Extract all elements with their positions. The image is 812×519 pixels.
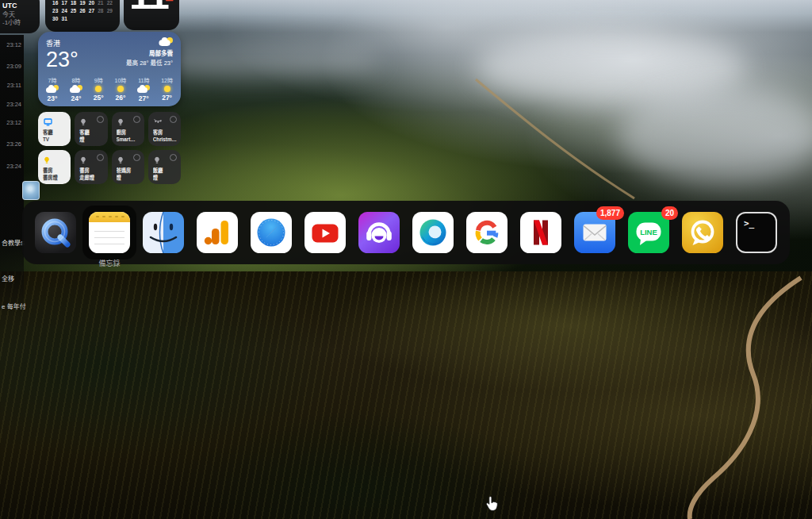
app-switcher-item-netflix[interactable]: [520, 212, 561, 253]
home-tile-study-light[interactable]: 書房書房燈: [38, 150, 71, 184]
sunny-icon: [117, 86, 124, 92]
calendar-day: 26: [78, 8, 86, 13]
home-controls-widget: 客廳TV 客廳燈 廚房Smart… 客房Christm… 書房書房燈 書房走廊燈: [38, 112, 181, 184]
app-switcher-item-notes[interactable]: 備忘錄: [89, 212, 130, 253]
calendar-day: 19: [78, 0, 86, 6]
tile-name: 燈: [79, 136, 105, 144]
date-weekday: 期三: [163, 0, 174, 3]
calendar-day: 27: [87, 8, 96, 13]
app-switcher-item-finder[interactable]: [143, 212, 184, 253]
svg-text:LINE: LINE: [640, 228, 657, 236]
tile-room: 客廳: [43, 129, 68, 136]
tile-name: 走廊燈: [79, 175, 105, 182]
status-ring: [97, 154, 104, 161]
home-tile-guest-room-christmas[interactable]: 客房Christm…: [148, 112, 181, 146]
light-bulb-icon: [43, 156, 51, 165]
hour-temp: 23°: [48, 94, 58, 102]
weather-temperature: 23°: [46, 48, 79, 71]
selected-app-label: 備忘錄: [70, 258, 149, 268]
tile-room: 飯廳: [153, 167, 178, 175]
calendar-day: 22: [105, 0, 114, 6]
tile-room: 書房: [79, 167, 105, 175]
calendar-day: 31: [59, 16, 68, 21]
calendar-day: 16: [51, 0, 59, 6]
calendar-day: 25: [69, 8, 78, 13]
app-switcher-bar: 備忘錄: [22, 201, 790, 264]
google-analytics-icon: [197, 212, 238, 253]
tile-name: 書房燈: [43, 175, 68, 182]
home-tile-dining-room-light[interactable]: 飯廳燈: [148, 150, 181, 184]
tile-name: 燈: [117, 175, 142, 182]
safari-icon: [251, 212, 292, 253]
app-switcher-item-safari[interactable]: [251, 212, 292, 253]
app-switcher-item-youtube[interactable]: [304, 212, 346, 253]
tv-icon: [43, 117, 53, 127]
hour-temp: 27°: [162, 94, 172, 102]
app-switcher-item-quicktime[interactable]: [35, 212, 76, 253]
app-switcher-item-headphones-podcast[interactable]: [358, 212, 400, 253]
youtube-icon: [304, 212, 346, 253]
app-switcher-item-microsoft-edge[interactable]: [412, 212, 454, 253]
hour-temp: 27°: [139, 94, 149, 102]
light-bulb-icon: [117, 156, 124, 165]
hour-label: 12時: [161, 76, 173, 84]
app-switcher-item-google-analytics[interactable]: [197, 212, 238, 253]
clock-offset-label: -1小時: [2, 19, 21, 26]
background-window-edge[interactable]: 23:12 23:09 23:11 23:24 23:12 23:26 23:2…: [0, 35, 24, 317]
chat-timestamp: 23:11: [7, 82, 21, 89]
tile-room: 書房: [43, 167, 68, 175]
line-unread-badge: 20: [661, 206, 678, 220]
home-tile-parents-room-light[interactable]: 爸媽房燈: [112, 150, 144, 184]
tile-name: 燈: [153, 175, 178, 182]
hour-label: 11時: [138, 76, 149, 84]
chat-timestamp: 23:26: [6, 140, 21, 148]
hour-label: 8時: [71, 76, 80, 84]
calendar-grid: 16 17 18 19 20 21 22 23 24 25 26 27 28 2…: [51, 0, 114, 21]
clock-zone-label: UTC: [2, 2, 17, 10]
home-tile-kitchen-smart[interactable]: 廚房Smart…: [112, 112, 144, 146]
sunny-icon: [164, 86, 170, 92]
app-switcher-item-line[interactable]: LINE 20: [628, 212, 669, 253]
whatsapp-icon: [682, 212, 723, 253]
home-tile-living-room-tv[interactable]: 客廳TV: [38, 112, 71, 146]
status-ring: [97, 116, 104, 123]
status-ring: [133, 154, 140, 161]
status-ring: [133, 116, 140, 123]
status-ring: [170, 154, 177, 161]
app-switcher-item-terminal[interactable]: >_: [736, 212, 777, 253]
hour-temp: 24°: [71, 94, 81, 102]
desktop-file-thumbnail[interactable]: [22, 181, 40, 200]
string-lights-icon: [153, 117, 163, 127]
app-switcher-item-mail[interactable]: 1,877: [574, 212, 615, 253]
window-text-fragment: 全移: [2, 274, 14, 283]
date-widget[interactable]: 11 期三: [124, 0, 179, 30]
hourly-forecast: 7時23° 8時24° 9時25° 10時26° 11時27° 12時27°: [46, 76, 173, 102]
calendar-day: 21: [96, 0, 105, 6]
weather-widget[interactable]: 香港 23° 局部多雲 最高 28° 最低 23° 7時23° 8時24° 9時…: [38, 32, 181, 106]
notes-icon: [89, 212, 130, 253]
tile-room: 廚房: [117, 129, 142, 136]
partly-cloudy-icon: [137, 86, 150, 93]
google-icon: [466, 212, 508, 253]
netflix-icon: [520, 212, 561, 253]
quicktime-icon: [35, 212, 76, 253]
home-tile-living-room-light[interactable]: 客廳燈: [75, 112, 107, 146]
calendar-day: 20: [87, 0, 96, 6]
chat-timestamp: 23:09: [6, 63, 21, 70]
headphones-podcast-icon: [358, 212, 400, 253]
weather-condition: 局部多雲: [149, 50, 173, 57]
clock-day-label: 今天: [2, 11, 15, 18]
microsoft-edge-icon: [412, 212, 454, 253]
app-switcher-item-google[interactable]: [466, 212, 508, 253]
app-switcher-item-whatsapp[interactable]: [682, 212, 723, 253]
hour-label: 7時: [48, 76, 57, 84]
calendar-widget[interactable]: 16 17 18 19 20 21 22 23 24 25 26 27 28 2…: [45, 0, 120, 32]
partly-cloudy-icon: [46, 86, 59, 93]
calendar-day: 30: [51, 16, 59, 21]
partly-cloudy-icon: [159, 38, 173, 46]
tile-room: 客房: [153, 129, 178, 136]
hour-temp: 26°: [116, 94, 126, 102]
calendar-day: 24: [59, 8, 68, 13]
world-clock-widget[interactable]: UTC 今天 -1小時: [0, 0, 40, 33]
home-tile-study-hallway-light[interactable]: 書房走廊燈: [75, 150, 107, 184]
